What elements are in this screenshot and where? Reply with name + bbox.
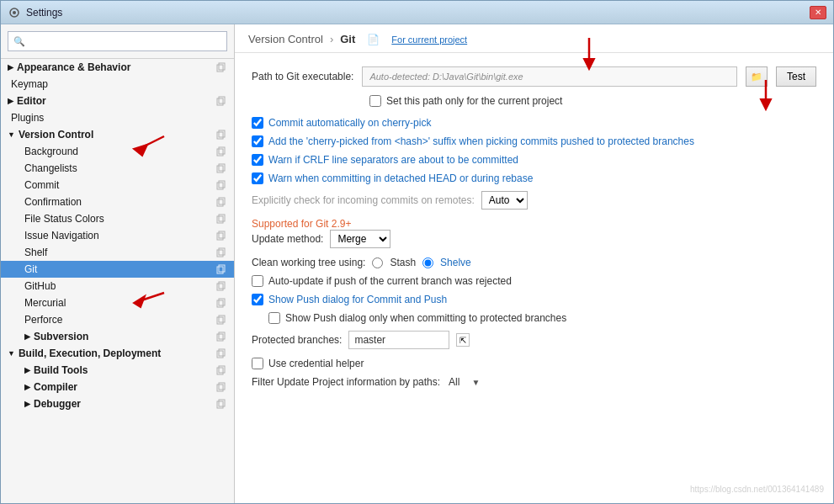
show-push-label: Show Push dialog for Commit and Push <box>268 294 447 305</box>
stash-label: Stash <box>390 257 416 268</box>
cherry-picked-suffix-row: Add the 'cherry-picked from <hash>' suff… <box>252 135 816 147</box>
settings-window: Settings Appearance & Behavior Keymap <box>0 0 834 504</box>
svg-rect-37 <box>219 383 225 390</box>
crlf-label: Warn if CRLF line separators are about t… <box>268 154 518 166</box>
shelve-radio[interactable] <box>422 257 433 268</box>
copy-icon-appearance <box>215 61 227 73</box>
svg-rect-17 <box>219 215 225 221</box>
set-path-row: Set this path only for the current proje… <box>369 95 816 107</box>
supported-text: Supported for Git 2.9+ <box>252 218 816 230</box>
copy-icon-compiler <box>215 381 227 393</box>
crlf-checkbox[interactable] <box>252 154 263 166</box>
svg-rect-32 <box>217 351 223 358</box>
svg-rect-9 <box>219 147 225 154</box>
set-path-label: Set this path only for the current proje… <box>386 95 562 107</box>
sidebar-label-build-tools: Build Tools <box>34 364 88 376</box>
stash-radio[interactable] <box>372 257 383 268</box>
watermark: https://blog.csdn.net/001364141489 <box>690 485 824 494</box>
svg-rect-35 <box>219 366 225 373</box>
sidebar-item-github[interactable]: GitHub <box>1 278 234 294</box>
sidebar-label-subversion: Subversion <box>34 331 88 342</box>
svg-rect-34 <box>217 368 223 374</box>
sidebar-item-keymap[interactable]: Keymap <box>1 76 234 93</box>
sidebar-item-file-status-colors[interactable]: File Status Colors <box>1 210 234 227</box>
update-method-row: Update method: Merge Rebase <box>252 230 816 248</box>
svg-rect-12 <box>217 183 223 189</box>
sidebar-label-perforce: Perforce <box>24 314 62 326</box>
sidebar-label-commit: Commit <box>24 179 59 191</box>
svg-rect-22 <box>217 267 223 273</box>
sidebar-item-version-control[interactable]: Version Control <box>1 126 234 143</box>
svg-rect-20 <box>217 250 223 257</box>
sidebar-item-issue-navigation[interactable]: Issue Navigation <box>1 227 234 244</box>
path-input[interactable] <box>362 66 737 87</box>
cherry-pick-label: Commit automatically on cherry-pick <box>268 117 431 129</box>
show-push-protected-label: Show Push dialog only when committing to… <box>285 312 566 324</box>
incoming-label: Explicitly check for incoming commits on… <box>252 194 475 206</box>
cherry-picked-suffix-label: Add the 'cherry-picked from <hash>' suff… <box>268 135 694 147</box>
sidebar-item-git[interactable]: Git <box>1 261 234 278</box>
close-button[interactable] <box>810 6 826 19</box>
sidebar-label-plugins: Plugins <box>11 112 44 124</box>
sidebar-item-commit[interactable]: Commit <box>1 177 234 194</box>
sidebar: Appearance & Behavior Keymap Editor Plug… <box>1 24 235 503</box>
sidebar-label-issue-navigation: Issue Navigation <box>24 230 99 241</box>
svg-rect-3 <box>219 63 225 70</box>
sidebar-label-mercurial: Mercurial <box>24 297 66 309</box>
credential-checkbox[interactable] <box>252 358 263 369</box>
copy-icon-git <box>215 263 227 275</box>
test-button[interactable]: Test <box>776 66 816 87</box>
show-push-row: Show Push dialog for Commit and Push <box>252 294 816 305</box>
search-input[interactable] <box>8 31 227 51</box>
sidebar-item-background[interactable]: Background <box>1 143 234 160</box>
copy-icon-perforce <box>215 314 227 326</box>
svg-rect-10 <box>217 166 223 172</box>
show-push-protected-checkbox[interactable] <box>268 312 280 324</box>
breadcrumb-link[interactable]: For current project <box>391 34 467 45</box>
svg-rect-23 <box>219 265 225 272</box>
sidebar-item-shelf[interactable]: Shelf <box>1 244 234 261</box>
sidebar-label-keymap: Keymap <box>11 78 48 90</box>
filter-dropdown-icon[interactable]: ▼ <box>471 378 480 387</box>
sidebar-item-mercurial[interactable]: Mercurial <box>1 294 234 311</box>
main-content: Appearance & Behavior Keymap Editor Plug… <box>1 24 833 503</box>
filter-row: Filter Update Project information by pat… <box>252 376 816 388</box>
clean-label: Clean working tree using: <box>252 257 365 268</box>
sidebar-label-git: Git <box>24 263 37 275</box>
sidebar-label-build-execution: Build, Execution, Deployment <box>19 347 161 359</box>
incoming-select[interactable]: Auto <box>481 191 528 210</box>
protected-expand-button[interactable]: ⇱ <box>456 333 470 347</box>
show-push-checkbox[interactable] <box>252 294 263 305</box>
sidebar-item-appearance[interactable]: Appearance & Behavior <box>1 59 234 76</box>
sidebar-item-build-tools[interactable]: Build Tools <box>1 362 234 379</box>
browse-button[interactable] <box>746 66 768 87</box>
svg-rect-19 <box>219 231 225 238</box>
sidebar-item-debugger[interactable]: Debugger <box>1 395 234 412</box>
credential-row: Use credential helper <box>252 358 816 369</box>
cherry-pick-checkbox[interactable] <box>252 117 263 129</box>
detached-head-checkbox[interactable] <box>252 172 263 184</box>
sidebar-item-plugins[interactable]: Plugins <box>1 109 234 126</box>
copy-icon-vc <box>215 129 227 141</box>
auto-update-checkbox[interactable] <box>252 275 263 287</box>
sidebar-item-editor[interactable]: Editor <box>1 93 234 109</box>
copy-icon-github <box>215 280 227 292</box>
sidebar-item-compiler[interactable]: Compiler <box>1 379 234 395</box>
sidebar-item-build-execution[interactable]: Build, Execution, Deployment <box>1 345 234 362</box>
protected-input[interactable] <box>348 331 449 349</box>
svg-rect-27 <box>219 299 225 305</box>
sidebar-item-perforce[interactable]: Perforce <box>1 311 234 328</box>
copy-icon-commit <box>215 179 227 191</box>
sidebar-item-confirmation[interactable]: Confirmation <box>1 194 234 210</box>
credential-label: Use credential helper <box>268 358 364 369</box>
page-icon: 📄 <box>367 34 380 45</box>
sidebar-item-changelists[interactable]: Changelists <box>1 160 234 177</box>
cherry-picked-suffix-checkbox[interactable] <box>252 135 263 147</box>
copy-icon-build-tools <box>215 364 227 376</box>
svg-rect-15 <box>219 198 225 204</box>
sidebar-item-subversion[interactable]: Subversion <box>1 328 234 345</box>
set-path-checkbox[interactable] <box>369 95 381 107</box>
auto-update-label: Auto-update if push of the current branc… <box>268 275 512 287</box>
update-method-select[interactable]: Merge Rebase <box>330 230 390 248</box>
copy-icon-editor <box>215 95 227 107</box>
